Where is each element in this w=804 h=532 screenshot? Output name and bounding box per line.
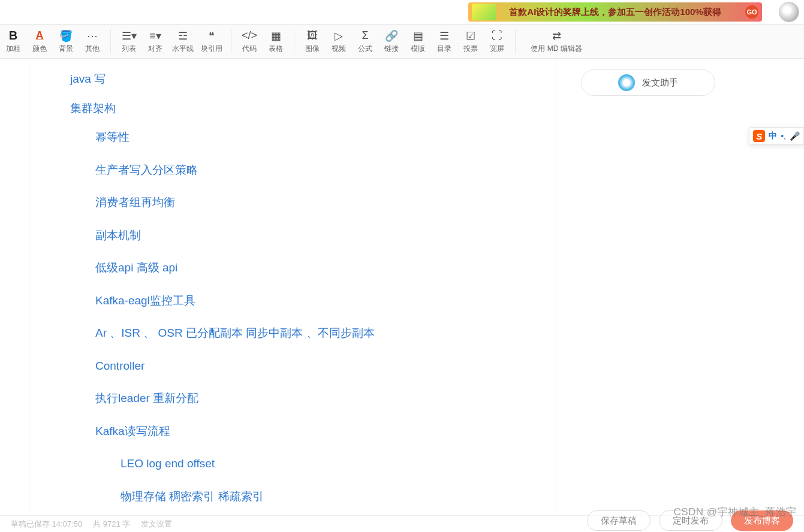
avatar[interactable] [779, 2, 799, 22]
bg-label: 背景 [59, 44, 73, 54]
promo-splash-icon [472, 4, 496, 20]
toc-icon: ☰ [439, 29, 449, 43]
outline-item[interactable]: 生产者写入分区策略 [95, 162, 556, 179]
align-label: 对齐 [148, 44, 162, 54]
formula-label: 公式 [358, 44, 372, 54]
outline-item[interactable]: Kafka-eagl监控工具 [95, 292, 556, 310]
publish-assistant-button[interactable]: 发文助手 [581, 69, 715, 96]
outline-item[interactable]: Ar 、ISR 、 OSR 已分配副本 同步中副本 、不同步副本 [95, 325, 556, 342]
outline-item[interactable]: 物理存储 稠密索引 稀疏索引 [121, 488, 556, 506]
outline-item[interactable]: LEO log end offset [121, 455, 556, 473]
outline-item[interactable]: 消费者组再均衡 [95, 194, 556, 211]
list-label: 列表 [122, 44, 136, 54]
outline-item[interactable]: 副本机制 [95, 227, 556, 244]
ellipsis-icon: ⋯ [87, 29, 98, 43]
toolbar-separator [515, 29, 516, 53]
table-label: 表格 [269, 44, 283, 54]
vote-label: 投票 [463, 44, 478, 54]
save-draft-button[interactable]: 保存草稿 [587, 510, 651, 531]
align-button[interactable]: ≡▾对齐 [142, 25, 168, 58]
hr-button[interactable]: ☲水平线 [168, 25, 197, 58]
publish-button[interactable]: 发布博客 [731, 510, 793, 531]
quote-button[interactable]: ❝块引用 [197, 25, 226, 58]
template-button[interactable]: ▤模版 [405, 25, 431, 58]
sidebar-column: 发文助手 [581, 69, 715, 96]
video-icon: ▷ [335, 29, 343, 43]
ime-lang[interactable]: 中 [769, 131, 777, 141]
outline-item[interactable]: java 写 [70, 71, 556, 88]
publish-settings-link[interactable]: 发文设置 [141, 519, 172, 530]
vote-button[interactable]: ☑投票 [457, 25, 484, 58]
other-label: 其他 [85, 44, 100, 54]
toolbar-group-insert: </>代码 ▦表格 [236, 25, 289, 58]
promo-text: 首款AI设计的奖牌上线，参加五一创作活动100%获得 [509, 7, 721, 18]
toolbar-separator [294, 29, 294, 53]
toolbar-separator [110, 29, 111, 53]
horizontal-rule-icon: ☲ [178, 29, 188, 43]
wide-button[interactable]: ⛶宽屏 [484, 25, 510, 58]
formula-icon: Σ [362, 29, 368, 43]
promo-go-badge[interactable]: GO [745, 5, 758, 19]
content-area: java 写 集群架构 幂等性 生产者写入分区策略 消费者组再均衡 副本机制 低… [0, 59, 804, 515]
font-color-icon: A [36, 29, 44, 43]
md-editor-label: 使用 MD 编辑器 [531, 44, 582, 54]
assistant-icon [618, 74, 635, 91]
table-icon: ▦ [271, 29, 281, 43]
image-label: 图像 [305, 44, 320, 54]
code-icon: </> [242, 29, 257, 43]
link-icon: 🔗 [385, 29, 398, 43]
outline-item[interactable]: 集群架构 [70, 100, 556, 117]
microphone-icon[interactable]: 🎤 [790, 131, 800, 141]
other-button[interactable]: ⋯其他 [79, 25, 106, 58]
word-count: 共 9721 字 [93, 519, 130, 530]
quote-icon: ❝ [209, 29, 215, 43]
ime-punct[interactable]: •, [781, 131, 786, 141]
toc-label: 目录 [437, 44, 451, 54]
color-button[interactable]: A颜色 [26, 25, 53, 58]
align-icon: ≡▾ [149, 29, 161, 43]
list-button[interactable]: ☰▾列表 [116, 25, 142, 58]
promo-banner[interactable]: 首款AI设计的奖牌上线，参加五一创作活动100%获得 GO [468, 2, 762, 22]
link-button[interactable]: 🔗链接 [378, 25, 405, 58]
outline-item[interactable]: Kafka读写流程 [95, 423, 556, 440]
bg-button[interactable]: 🪣背景 [53, 25, 79, 58]
bold-button[interactable]: B加粗 [0, 25, 26, 58]
editor-toolbar: B加粗 A颜色 🪣背景 ⋯其他 ☰▾列表 ≡▾对齐 ☲水平线 ❝块引用 </>代… [0, 24, 804, 59]
color-label: 颜色 [32, 44, 47, 54]
footer-status: 草稿已保存 14:07:50 共 9721 字 发文设置 [11, 519, 172, 530]
wide-label: 宽屏 [490, 44, 504, 54]
link-label: 链接 [384, 44, 399, 54]
paint-bucket-icon: 🪣 [59, 29, 73, 43]
outline-item[interactable]: 幂等性 [95, 129, 556, 146]
ime-floating-bar[interactable]: S 中 •, 🎤 [749, 127, 804, 145]
outline-list: java 写 集群架构 幂等性 生产者写入分区策略 消费者组再均衡 副本机制 低… [29, 71, 556, 515]
toolbar-group-media: 🖼图像 ▷视频 Σ公式 🔗链接 ▤模版 ☰目录 ☑投票 ⛶宽屏 [299, 25, 510, 58]
code-label: 代码 [242, 44, 257, 54]
image-button[interactable]: 🖼图像 [299, 25, 326, 58]
outline-item[interactable]: 执行leader 重新分配 [95, 390, 556, 407]
bold-icon: B [9, 29, 17, 43]
toolbar-separator [231, 29, 231, 53]
toolbar-group-block: ☰▾列表 ≡▾对齐 ☲水平线 ❝块引用 [116, 25, 226, 58]
quote-label: 块引用 [201, 44, 222, 54]
hr-label: 水平线 [172, 44, 194, 54]
sogou-icon: S [753, 130, 765, 142]
video-button[interactable]: ▷视频 [326, 25, 352, 58]
code-button[interactable]: </>代码 [236, 25, 263, 58]
image-icon: 🖼 [307, 29, 318, 43]
template-icon: ▤ [413, 29, 423, 43]
outline-item[interactable]: 低级api 高级 api [95, 259, 556, 277]
template-label: 模版 [411, 44, 425, 54]
schedule-publish-button[interactable]: 定时发布 [659, 510, 722, 531]
list-icon: ☰▾ [122, 29, 137, 43]
assistant-label: 发文助手 [642, 77, 678, 89]
toc-button[interactable]: ☰目录 [431, 25, 457, 58]
vote-icon: ☑ [466, 29, 475, 43]
md-editor-button[interactable]: ⇄使用 MD 编辑器 [520, 25, 592, 58]
table-button[interactable]: ▦表格 [263, 25, 289, 58]
switch-icon: ⇄ [552, 29, 561, 43]
formula-button[interactable]: Σ公式 [352, 25, 378, 58]
editor-column[interactable]: java 写 集群架构 幂等性 生产者写入分区策略 消费者组再均衡 副本机制 低… [29, 59, 556, 515]
video-label: 视频 [332, 44, 346, 54]
outline-item[interactable]: Controller [95, 358, 556, 375]
